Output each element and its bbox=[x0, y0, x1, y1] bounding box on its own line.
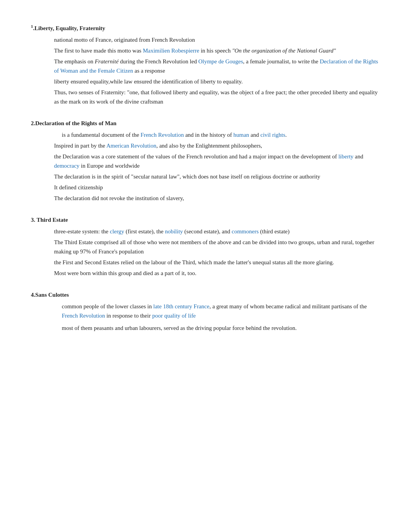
section-2-title: 2.Declaration of the Rights of Man bbox=[31, 119, 379, 128]
section-1-para-5: Thus, two senses of Fraternity: "one, th… bbox=[54, 88, 379, 106]
section-2-para-2: Inspired in part by the American Revolut… bbox=[54, 141, 379, 150]
section-1-number: 1 bbox=[31, 24, 33, 29]
section-2-para-6: The declaration did not revoke the insti… bbox=[54, 194, 379, 203]
french-revolution-link-1[interactable]: French Revolution bbox=[141, 132, 184, 138]
robespierre-link[interactable]: Maximilien Robespierre bbox=[143, 48, 199, 54]
section-1-para-3: The emphasis on Fraternité during the Fr… bbox=[54, 57, 379, 75]
section-1-para-2: The first to have made this motto was Ma… bbox=[54, 46, 379, 55]
section-1-title: 1.Liberty, Equality, Fraternity bbox=[31, 23, 379, 33]
liberty-link[interactable]: liberty bbox=[338, 153, 353, 160]
section-3-para-2: The Third Estate comprised all of those … bbox=[54, 238, 379, 256]
section-4-para-2: most of them peasants and urban labourer… bbox=[62, 323, 379, 333]
section-4-title: 4.Sans Culottes bbox=[31, 290, 379, 299]
section-2-para-1: is a fundamental document of the French … bbox=[62, 130, 379, 139]
section-4-para-1: common people of the lower classes in la… bbox=[62, 302, 379, 320]
section-1-para-1: national motto of France, originated fro… bbox=[54, 35, 379, 44]
section-2-para-3: the Declaration was a core statement of … bbox=[54, 152, 379, 170]
section-3-title: 3. Third Estate bbox=[31, 215, 379, 224]
human-link[interactable]: human bbox=[234, 132, 249, 138]
section-4: 4.Sans Culottes common people of the low… bbox=[31, 290, 379, 333]
section-2-para-5: It defined citizenship bbox=[54, 183, 379, 192]
section-1: 1.Liberty, Equality, Fraternity national… bbox=[31, 23, 379, 106]
clergy-link[interactable]: clergy bbox=[110, 228, 124, 235]
section-2-para-4: The declaration is in the spirit of "sec… bbox=[54, 172, 379, 181]
section-3-para-3: the First and Second Estates relied on t… bbox=[54, 258, 379, 267]
olympe-link[interactable]: Olympe de Gouges bbox=[198, 58, 243, 65]
civil-rights-link[interactable]: civil rights bbox=[261, 132, 286, 138]
poor-quality-of-life-link[interactable]: poor quality of life bbox=[152, 313, 196, 319]
section-1-para-4: liberty ensured equality,while law ensur… bbox=[54, 77, 379, 86]
american-revolution-link[interactable]: American Revolution bbox=[106, 143, 156, 149]
section-3-para-4: Most were born within this group and die… bbox=[54, 269, 379, 278]
section-3: 3. Third Estate three-estate system: the… bbox=[31, 215, 379, 278]
democracy-link[interactable]: democracy bbox=[54, 163, 80, 169]
nobility-link[interactable]: nobility bbox=[165, 228, 183, 235]
page-content: 1.Liberty, Equality, Fraternity national… bbox=[31, 23, 379, 333]
section-2: 2.Declaration of the Rights of Man is a … bbox=[31, 119, 379, 203]
late-18th-century-france-link[interactable]: late 18th century France bbox=[153, 303, 209, 309]
french-revolution-link-2[interactable]: French Revolution bbox=[62, 313, 105, 319]
commoners-link[interactable]: commoners bbox=[232, 228, 259, 235]
section-3-para-1: three-estate system: the clergy (first e… bbox=[54, 227, 379, 236]
